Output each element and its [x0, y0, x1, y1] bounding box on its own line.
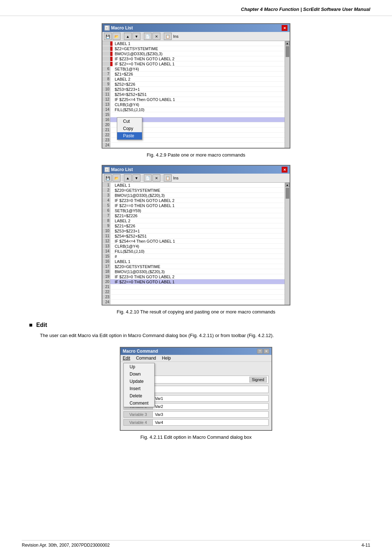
toolbar-new-btn[interactable]: 📄: [144, 33, 152, 40]
fig-caption-429: Fig. 4.2.9 Paste one or more macro comma…: [29, 152, 363, 158]
titlebar-left-429: 🗒 Macro List: [105, 25, 133, 31]
menu-item-insert[interactable]: Insert: [124, 385, 154, 392]
window-titlebar-429: 🗒 Macro List ✕: [102, 24, 290, 32]
toolbar-sep4: [122, 175, 122, 181]
macro-row: 9 $Z21=$Z26: [102, 223, 285, 228]
scroll-thumb-429[interactable]: [286, 46, 289, 57]
toolbar-open-btn[interactable]: 📂: [113, 33, 121, 40]
toolbar-down-btn-2[interactable]: ▼: [132, 174, 140, 182]
var-label-3: Variable 3: [124, 412, 153, 417]
macro-list-body-4210: 1 LABEL 1 2 $Z20=GETSYSTEMTIME 3 BMOV(11…: [102, 183, 290, 305]
toolbar-new-btn-2[interactable]: 📄: [144, 174, 152, 182]
macro-row: 2 $Z20=GETSYSTEMTIME: [102, 188, 285, 193]
menu-edit[interactable]: Edit: [123, 356, 130, 361]
menu-command[interactable]: Command: [136, 356, 156, 361]
window-icon-429: 🗒: [105, 25, 110, 31]
toolbar-sep3: [162, 33, 162, 40]
macro-row: 11 $Z54=$Z52+$Z51: [102, 92, 285, 97]
window-icon-4210: 🗒: [105, 167, 110, 172]
macro-command-dialog: Macro Command ? ✕ Edit Command Help: [120, 347, 272, 431]
toolbar-delete-btn[interactable]: ✕: [152, 33, 160, 40]
menu-item-comment[interactable]: Comment: [124, 400, 154, 407]
signed-label: Signed: [249, 377, 267, 382]
context-menu-anchor: 16 Cut Copy Paste: [102, 117, 285, 122]
page-header: Chapter 4 Macro Function | ScrEdit Softw…: [0, 0, 392, 16]
macro-row: 15 #: [102, 254, 285, 259]
macro-row: 7 $Z1=$Z26: [102, 72, 285, 77]
signed-section: Signed: [249, 377, 267, 382]
toolbar-ins-label: Ins: [173, 34, 179, 39]
dialog-close-btn[interactable]: ✕: [264, 349, 269, 354]
context-menu: Cut Copy Paste: [117, 117, 142, 140]
macro-row: 4 IF $Z23=0 THEN GOTO LABEL 2: [102, 198, 285, 203]
section-heading-edit: ■ Edit: [29, 322, 363, 328]
edit-dropdown-menu: Up Down Update Insert Delete Comment: [123, 363, 155, 407]
dialog-menubar-container: Edit Command Help Up Down Update Insert …: [121, 355, 271, 362]
toolbar-up-btn-2[interactable]: ▲: [124, 174, 132, 182]
dialog-titlebar: Macro Command ? ✕: [121, 348, 271, 355]
toolbar-down-btn[interactable]: ▼: [132, 33, 140, 40]
toolbar-save-btn-2[interactable]: 💾: [104, 174, 112, 182]
menu-item-delete[interactable]: Delete: [124, 392, 154, 400]
macro-row: 16 LABEL 1: [102, 259, 285, 264]
macro-row: 6 SETB(1@Y59): [102, 208, 285, 213]
macro-list-body-429: LABEL 1 $Z2=GETSYSTEMTIME BMOV(1@D330),(…: [102, 41, 290, 148]
window-title-4210: Macro List: [111, 167, 133, 172]
toolbar-save-btn[interactable]: 💾: [104, 33, 112, 40]
dialog-menubar: Edit Command Help: [121, 355, 271, 362]
toolbar-copy-btn[interactable]: 📋: [164, 33, 172, 40]
macro-row: 13 CLRB(1@Y4): [102, 102, 285, 107]
macro-row: 13 CLRB(1@Y4): [102, 244, 285, 249]
toolbar-copy-btn-2[interactable]: 📋: [164, 174, 172, 182]
macro-row: $Z2=GETSYSTEMTIME: [102, 46, 285, 51]
toolbar-ins-label-2: Ins: [173, 176, 179, 180]
macro-row: 14 FILL($Z50,(J,10): [102, 107, 285, 112]
macro-row: 5 IF $Z2==0 THEN GOTO LABEL 1: [102, 203, 285, 208]
toolbar-sep5: [142, 175, 142, 181]
macro-row: 18 BMOV(11@D330),($Z20),3): [102, 269, 285, 274]
macro-row: 12 IF $Z25<=4 Then GOTO LABEL 1: [102, 97, 285, 102]
scrollbar-4210[interactable]: ▲: [285, 183, 290, 305]
window-toolbar-429: 💾 📂 ▲ ▼ 📄 ✕ 📋 Ins: [102, 32, 290, 41]
macro-row: 11 $Z54=$Z52+$Z51: [102, 234, 285, 239]
toolbar-sep1: [122, 33, 122, 40]
toolbar-sep6: [162, 175, 162, 181]
macro-row: 24: [102, 143, 285, 148]
macro-list-window-4210: 🗒 Macro List ✕ 💾 📂 ▲ ▼ 📄 ✕ 📋 Ins 1 LAB: [102, 165, 290, 305]
macro-row: BMOV(1@D330),($Z30),3): [102, 51, 285, 56]
window-toolbar-4210: 💾 📂 ▲ ▼ 📄 ✕ 📋 Ins: [102, 174, 290, 183]
macro-rows-429: LABEL 1 $Z2=GETSYSTEMTIME BMOV(1@D330),(…: [102, 41, 285, 148]
menu-item-down[interactable]: Down: [124, 370, 154, 378]
macro-row: 15: [102, 112, 285, 117]
macro-row: 19 IF $Z23=0 THEN GOTO LABEL 2: [102, 274, 285, 279]
var-value-1: Var1: [153, 396, 268, 401]
page-footer: Revision Apr. 30th, 2007, 2007PDD2300000…: [22, 540, 370, 548]
context-menu-cut[interactable]: Cut: [117, 118, 142, 125]
toolbar-up-btn[interactable]: ▲: [124, 33, 132, 40]
scroll-thumb-4210[interactable]: [286, 188, 289, 199]
menu-item-update[interactable]: Update: [124, 378, 154, 385]
toolbar-open-btn-2[interactable]: 📂: [113, 174, 121, 182]
macro-rows-4210: 1 LABEL 1 2 $Z20=GETSYSTEMTIME 3 BMOV(11…: [102, 183, 285, 305]
macro-row: 9 $Z52=$Z26: [102, 82, 285, 87]
context-menu-paste[interactable]: Paste: [117, 132, 142, 139]
fig-caption-4210: Fig. 4.2.10 The result of copying and pa…: [29, 309, 363, 315]
scroll-up-429[interactable]: ▲: [285, 41, 290, 45]
macro-row: LABEL 1: [102, 41, 285, 46]
macro-row-20: 20 IF $Z2==0 THEN GOTO LABEL 1: [102, 279, 285, 284]
var-value-3: Var3: [153, 412, 268, 417]
dialog-help-btn[interactable]: ?: [257, 349, 263, 354]
section-body-edit: The user can edit Macro via Edit option …: [40, 332, 363, 340]
menu-item-up[interactable]: Up: [124, 363, 154, 370]
close-button-429[interactable]: ✕: [282, 25, 287, 31]
menu-help[interactable]: Help: [162, 356, 171, 361]
close-button-4210[interactable]: ✕: [282, 167, 287, 173]
context-menu-copy[interactable]: Copy: [117, 125, 142, 132]
scroll-up-4210[interactable]: ▲: [285, 183, 290, 187]
macro-row: 24: [102, 300, 285, 305]
toolbar-delete-btn-2[interactable]: ✕: [152, 174, 160, 182]
macro-row: 7 $Z21=$Z226: [102, 213, 285, 218]
scrollbar-429[interactable]: ▲: [285, 41, 290, 148]
section-title-edit: Edit: [36, 322, 47, 328]
window-titlebar-4210: 🗒 Macro List ✕: [102, 166, 290, 174]
